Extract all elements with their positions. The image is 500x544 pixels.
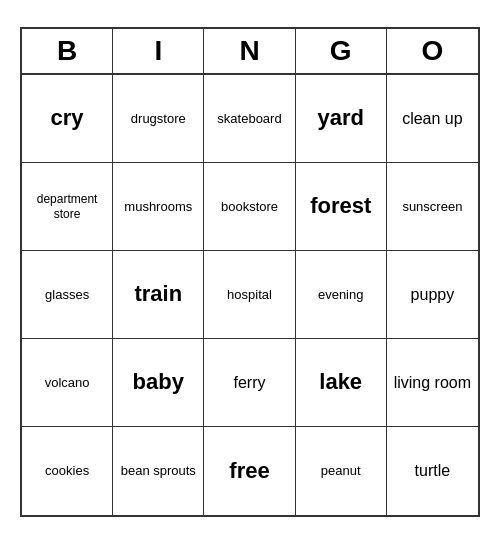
bingo-cell-2: skateboard — [204, 75, 295, 163]
bingo-cell-13: evening — [296, 251, 387, 339]
cell-text-13: evening — [318, 287, 364, 303]
bingo-cell-15: volcano — [22, 339, 113, 427]
cell-text-12: hospital — [227, 287, 272, 303]
bingo-cell-24: turtle — [387, 427, 478, 515]
cell-text-3: yard — [317, 105, 363, 131]
bingo-card: BINGO crydrugstoreskateboardyardclean up… — [20, 27, 480, 517]
cell-text-17: ferry — [233, 373, 265, 392]
bingo-grid: crydrugstoreskateboardyardclean updepart… — [22, 75, 478, 515]
bingo-cell-21: bean sprouts — [113, 427, 204, 515]
cell-text-23: peanut — [321, 463, 361, 479]
cell-text-21: bean sprouts — [121, 463, 196, 479]
cell-text-20: cookies — [45, 463, 89, 479]
bingo-cell-19: living room — [387, 339, 478, 427]
bingo-cell-14: puppy — [387, 251, 478, 339]
cell-text-8: forest — [310, 193, 371, 219]
bingo-cell-4: clean up — [387, 75, 478, 163]
bingo-cell-22: free — [204, 427, 295, 515]
header-letter-o: O — [387, 29, 478, 73]
header-letter-g: G — [296, 29, 387, 73]
cell-text-15: volcano — [45, 375, 90, 391]
cell-text-16: baby — [133, 369, 184, 395]
cell-text-0: cry — [51, 105, 84, 131]
cell-text-6: mushrooms — [124, 199, 192, 215]
cell-text-14: puppy — [411, 285, 455, 304]
bingo-cell-11: train — [113, 251, 204, 339]
bingo-cell-9: sunscreen — [387, 163, 478, 251]
cell-text-22: free — [229, 458, 269, 484]
header-letter-b: B — [22, 29, 113, 73]
bingo-cell-18: lake — [296, 339, 387, 427]
cell-text-24: turtle — [415, 461, 451, 480]
cell-text-11: train — [134, 281, 182, 307]
bingo-cell-7: bookstore — [204, 163, 295, 251]
bingo-header: BINGO — [22, 29, 478, 75]
bingo-cell-12: hospital — [204, 251, 295, 339]
bingo-cell-6: mushrooms — [113, 163, 204, 251]
cell-text-19: living room — [394, 373, 471, 392]
bingo-cell-16: baby — [113, 339, 204, 427]
cell-text-18: lake — [319, 369, 362, 395]
header-letter-n: N — [204, 29, 295, 73]
bingo-cell-8: forest — [296, 163, 387, 251]
bingo-cell-3: yard — [296, 75, 387, 163]
bingo-cell-20: cookies — [22, 427, 113, 515]
cell-text-1: drugstore — [131, 111, 186, 127]
cell-text-10: glasses — [45, 287, 89, 303]
header-letter-i: I — [113, 29, 204, 73]
bingo-cell-17: ferry — [204, 339, 295, 427]
bingo-cell-0: cry — [22, 75, 113, 163]
bingo-cell-23: peanut — [296, 427, 387, 515]
cell-text-2: skateboard — [217, 111, 281, 127]
bingo-cell-10: glasses — [22, 251, 113, 339]
cell-text-9: sunscreen — [402, 199, 462, 215]
cell-text-5: department store — [26, 192, 108, 221]
cell-text-4: clean up — [402, 109, 463, 128]
bingo-cell-1: drugstore — [113, 75, 204, 163]
cell-text-7: bookstore — [221, 199, 278, 215]
bingo-cell-5: department store — [22, 163, 113, 251]
